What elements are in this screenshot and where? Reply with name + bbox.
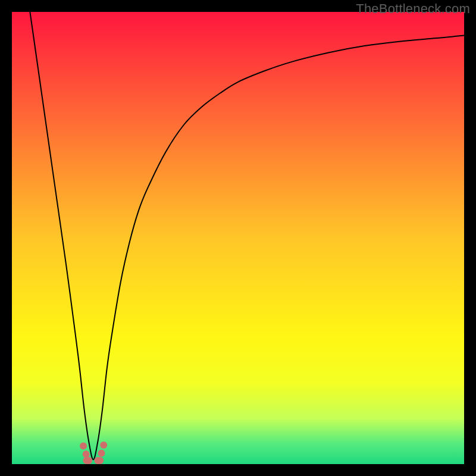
- marker-dot: [85, 457, 92, 464]
- marker-dot: [100, 441, 107, 449]
- marker-dot: [98, 450, 105, 457]
- marker-dot: [80, 443, 87, 450]
- bottleneck-chart: [0, 0, 476, 476]
- plot-area: [12, 12, 464, 464]
- watermark-text: TheBottleneck.com: [356, 1, 470, 17]
- marker-dot: [83, 450, 90, 458]
- chart-container: TheBottleneck.com: [0, 0, 476, 476]
- marker-dot: [96, 457, 104, 464]
